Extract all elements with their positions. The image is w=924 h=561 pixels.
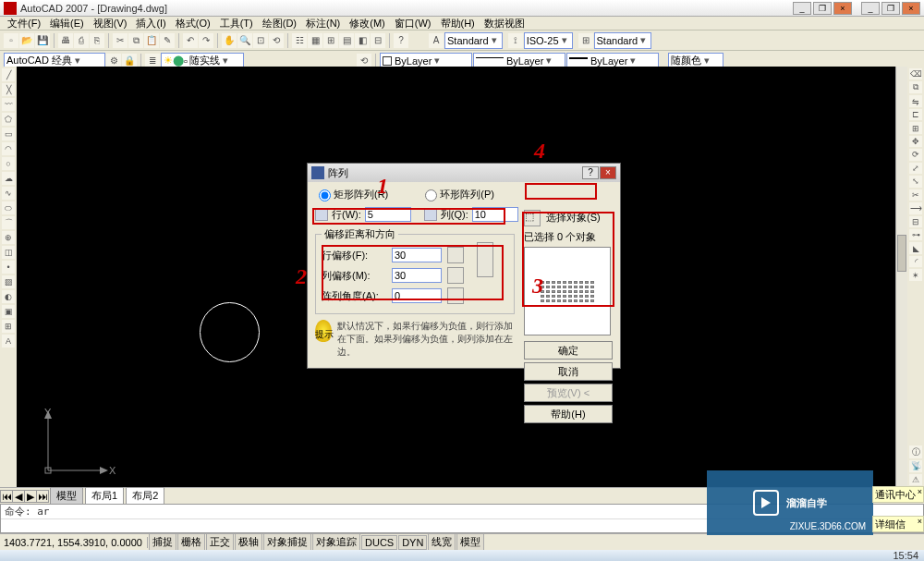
point-icon[interactable]: • [2, 261, 15, 274]
extend-icon[interactable]: ⟶ [909, 202, 922, 213]
rect-icon[interactable]: ▭ [2, 128, 15, 140]
textstyle-icon[interactable]: A [429, 33, 444, 48]
notif2-close-icon[interactable]: × [918, 517, 922, 526]
stretch-icon[interactable]: ⤡ [909, 176, 922, 187]
close-button[interactable]: × [833, 2, 852, 15]
rotate-icon[interactable]: ⟳ [909, 149, 922, 160]
spline-icon[interactable]: ∿ [2, 187, 15, 200]
match-icon[interactable]: ✎ [160, 33, 175, 48]
zoom-rt-icon[interactable]: 🔍 [237, 33, 252, 48]
scale-icon[interactable]: ⤢ [909, 163, 922, 174]
app-restore-button[interactable]: ❐ [881, 2, 900, 15]
trim-icon[interactable]: ✂ [909, 189, 922, 201]
pan-icon[interactable]: ✋ [222, 33, 237, 48]
menu-view[interactable]: 视图(V) [90, 17, 131, 30]
zoom-prev-icon[interactable]: ⟲ [269, 33, 284, 48]
redo-icon[interactable]: ↷ [199, 33, 213, 48]
markup-icon[interactable]: ◧ [355, 33, 370, 48]
revcloud-icon[interactable]: ☁ [2, 172, 15, 185]
mode-model[interactable]: 模型 [456, 533, 484, 551]
tablestyle-combo[interactable]: Standard▾ [594, 32, 652, 49]
tpalette-icon[interactable]: ⊞ [323, 33, 338, 48]
preview-icon[interactable]: ⎙ [74, 33, 89, 48]
notif1-close-icon[interactable]: × [918, 487, 922, 496]
col-offset-pick-button[interactable] [447, 267, 464, 284]
join-icon[interactable]: ⊶ [909, 229, 922, 240]
properties-icon[interactable]: ☷ [292, 33, 307, 48]
cut-icon[interactable]: ✂ [113, 33, 128, 48]
cols-input[interactable] [472, 207, 518, 222]
mtext-icon[interactable]: A [2, 335, 15, 348]
save-icon[interactable]: 💾 [35, 33, 50, 48]
mode-dyn[interactable]: DYN [398, 535, 427, 550]
mirror-icon[interactable]: ⇋ [909, 95, 922, 106]
mode-snap[interactable]: 捕捉 [149, 533, 176, 551]
tab-prev-button[interactable]: ◀ [12, 490, 25, 503]
menu-edit[interactable]: 编辑(E) [46, 17, 88, 30]
menu-window[interactable]: 窗口(W) [391, 17, 435, 30]
row-offset-pick-button[interactable] [447, 247, 464, 263]
open-icon[interactable]: 📂 [19, 33, 34, 48]
move-icon[interactable]: ✥ [909, 136, 922, 147]
mode-grid[interactable]: 栅格 [177, 533, 205, 551]
notification-1[interactable]: 通讯中心× [872, 486, 924, 503]
hatch-icon[interactable]: ▨ [2, 275, 15, 288]
ssm-icon[interactable]: ▤ [339, 33, 354, 48]
tab-model[interactable]: 模型 [50, 487, 83, 505]
sat-icon[interactable]: 📡 [909, 460, 922, 471]
app-close-button[interactable]: × [902, 2, 920, 15]
break-icon[interactable]: ⊟ [909, 216, 922, 227]
menu-dataview[interactable]: 数据视图 [480, 17, 529, 30]
array-icon[interactable]: ⊞ [909, 122, 922, 133]
insert-icon[interactable]: ⊕ [2, 231, 15, 244]
circle-icon[interactable]: ○ [2, 157, 15, 170]
row-offset-input[interactable] [392, 248, 442, 262]
app-minimize-button[interactable]: _ [861, 2, 880, 15]
block-icon[interactable]: ◫ [2, 246, 15, 259]
copy-icon[interactable]: ⧉ [128, 33, 143, 48]
dialog-close-button[interactable]: × [600, 166, 616, 179]
help-icon[interactable]: ? [394, 33, 408, 48]
tab-layout2[interactable]: 布局2 [126, 487, 164, 505]
dimstyle-icon[interactable]: ⟟ [508, 33, 523, 48]
mode-otrack[interactable]: 对象追踪 [312, 533, 360, 551]
menu-help[interactable]: 帮助(H) [437, 17, 479, 30]
info-icon[interactable]: ⓘ [909, 445, 922, 458]
ellipse-icon[interactable]: ⬭ [2, 201, 15, 214]
menu-insert[interactable]: 插入(I) [132, 17, 169, 30]
region-icon[interactable]: ▣ [2, 305, 15, 318]
xline-icon[interactable]: ╳ [2, 83, 15, 96]
arc-icon[interactable]: ◠ [2, 142, 15, 155]
help-button[interactable]: 帮助(H) [524, 405, 613, 423]
select-objects-button[interactable]: ⬚ [524, 210, 541, 226]
cancel-button[interactable]: 取消 [524, 362, 613, 381]
fillet-icon[interactable]: ◜ [909, 256, 922, 267]
tab-next-button[interactable]: ▶ [24, 490, 37, 503]
mode-ortho[interactable]: 正交 [206, 533, 234, 551]
print-icon[interactable]: 🖶 [58, 33, 73, 48]
explode-icon[interactable]: ✶ [909, 269, 922, 280]
mode-ducs[interactable]: DUCS [361, 535, 397, 550]
mode-lwt[interactable]: 线宽 [428, 533, 456, 551]
gradient-icon[interactable]: ◐ [2, 290, 15, 303]
menu-modify[interactable]: 修改(M) [346, 17, 389, 30]
angle-pick-button[interactable] [447, 287, 464, 304]
erase-icon[interactable]: ⌫ [909, 68, 922, 79]
menu-dimension[interactable]: 标注(N) [302, 17, 344, 30]
new-icon[interactable]: ▫ [4, 33, 18, 48]
rows-input[interactable] [365, 207, 411, 222]
dimstyle-combo[interactable]: ISO-25▾ [524, 32, 573, 49]
minimize-button[interactable]: _ [793, 2, 811, 15]
pline-icon[interactable]: 〰 [2, 98, 15, 111]
copy2-icon[interactable]: ⧉ [909, 81, 922, 93]
mode-polar[interactable]: 极轴 [235, 533, 262, 551]
col-offset-input[interactable] [392, 268, 442, 283]
dialog-help-button[interactable]: ? [582, 166, 599, 179]
notification-2[interactable]: 详细信息...× [872, 516, 924, 532]
warn-icon[interactable]: ⚠ [909, 474, 922, 485]
offset-pick-both-button[interactable] [477, 242, 493, 277]
menu-draw[interactable]: 绘图(D) [259, 17, 300, 30]
tablestyle-icon[interactable]: ⊞ [578, 33, 593, 48]
textstyle-combo[interactable]: Standard▾ [444, 32, 503, 49]
calc-icon[interactable]: ⊟ [371, 33, 385, 48]
